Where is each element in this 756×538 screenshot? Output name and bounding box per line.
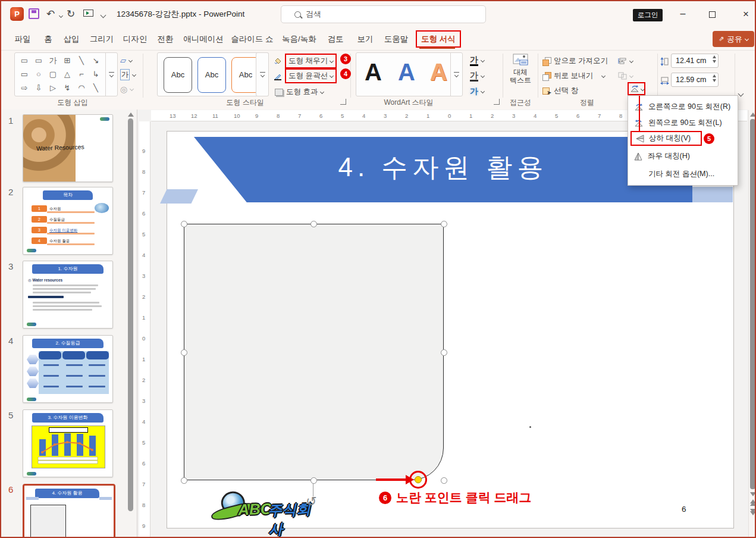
selection-pane-button[interactable]: ➤ 선택 창 [542,84,578,98]
undo-dropdown-icon[interactable] [59,14,63,18]
shape-style-blue[interactable]: Abc [197,57,226,93]
tab-view[interactable]: 보기 [352,32,378,47]
menu-item-more-rotation-options[interactable]: 기타 회전 옵션(M)... [630,166,735,182]
height-spinner[interactable] [713,55,716,63]
shape-style-dialog-launcher-icon[interactable] [340,99,346,105]
selection-handle[interactable] [310,221,317,227]
vertical-scrollbar[interactable] [748,110,756,538]
selection-handle[interactable] [181,349,187,356]
login-button[interactable]: 로그인 [633,9,663,21]
selection-handle[interactable] [441,477,447,484]
close-button[interactable]: × [738,8,754,20]
shape-option-icon[interactable]: 가 [46,54,60,67]
shape-option-icon[interactable]: ▭ [32,54,46,67]
shape-style-black[interactable]: Abc [164,57,192,93]
maximize-button[interactable] [709,11,716,18]
slide-thumbnail-1[interactable]: Water Resources [23,114,113,182]
shape-fill-button[interactable]: 도형 채우기 [285,54,337,68]
tab-slideshow[interactable]: 슬라이드 쇼 [228,32,276,47]
shape-option-icon[interactable]: ↯ [60,81,74,95]
slide-thumbnail-5[interactable]: 3. 수자원 이용변화 [23,409,113,477]
menu-item-rotate-left[interactable]: 왼쪽으로 90도 회전(L) [630,115,735,131]
menu-item-flip-horizontal[interactable]: 좌우 대칭(H) [630,148,735,164]
next-slide-button[interactable] [750,509,756,515]
rotate-button[interactable] [628,82,645,95]
shape-gallery-more-button[interactable] [105,53,117,96]
selection-handle[interactable] [181,477,187,484]
selection-handle[interactable] [441,221,447,227]
shape-option-icon[interactable]: ○ [32,67,46,81]
slide-title-text[interactable]: 4. 수자원 활용 [265,150,622,185]
menu-item-flip-vertical[interactable]: 상하 대칭(V) [630,131,702,146]
shape-option-icon[interactable]: ↘ [89,54,103,67]
shape-gallery[interactable]: ▭▭가⊞╲↘▭○▢△⌐↳⇨⇩▷↯◠╲ [14,52,118,96]
shape-option-icon[interactable]: ╲ [74,54,89,67]
align-button[interactable] [618,54,633,68]
tab-home[interactable]: 홈 [38,32,58,47]
selection-handle[interactable] [181,221,187,227]
shape-option-icon[interactable]: ▢ [46,67,60,81]
group-button[interactable] [618,69,633,83]
undo-icon[interactable]: ↶ [46,8,55,20]
width-spinner[interactable] [713,74,716,82]
panel-scrollbar-thumb[interactable] [128,118,133,511]
tab-design[interactable]: 디자인 [119,32,151,47]
minimize-button[interactable]: – [675,8,691,19]
search-input[interactable]: 검색 [281,5,486,23]
shape-option-icon[interactable]: ⇩ [32,81,46,95]
shape-option-icon[interactable]: ▷ [46,81,60,95]
panel-scroll-up-icon[interactable] [128,112,134,117]
shape-option-icon[interactable]: ⊞ [60,54,74,67]
shape-option-icon[interactable]: ◠ [74,81,89,95]
tab-help[interactable]: 도움말 [379,32,413,47]
tab-review[interactable]: 검토 [322,32,349,47]
shape-option-icon[interactable]: ↳ [89,67,103,81]
menu-item-rotate-right[interactable]: 오른쪽으로 90도 회전(R) [630,99,735,115]
wordart-style-black[interactable]: A [365,59,382,86]
shape-outline-button[interactable]: 도형 윤곽선 [285,68,337,83]
wordart-style-orange[interactable]: A [430,59,447,86]
share-button[interactable]: ⇗ 공유 [713,31,754,47]
selection-handle[interactable] [441,349,447,356]
shape-effects-button[interactable]: 도형 효과 [275,85,324,99]
selection-handle[interactable] [310,477,317,484]
slide-thumbnail-2[interactable]: 목차 1 수자원 2 수질등급 3 수자원 이용변화 4 수자원 활용 [23,187,113,255]
merge-shapes-button[interactable]: ◎ [120,82,133,96]
yellow-adjustment-point[interactable] [415,476,422,483]
redo-icon[interactable]: ↻ [67,8,75,20]
tab-animations[interactable]: 애니메이션 [180,32,227,47]
shape-option-icon[interactable]: ▭ [17,54,32,67]
wordart-dialog-launcher-icon[interactable] [494,99,500,105]
scroll-up-icon[interactable] [750,112,756,117]
wordart-gallery-more-button[interactable] [450,53,462,96]
height-field[interactable]: 12.41 cm [671,54,719,68]
collapse-ribbon-icon[interactable] [738,91,744,97]
slide-thumbnail-6-selected[interactable]: 4. 수자원 활용 [23,484,115,538]
start-slideshow-icon[interactable] [83,10,93,17]
send-backward-button[interactable]: 뒤로 보내기 [542,69,605,83]
shape-option-icon[interactable]: ⇨ [17,81,32,95]
tab-draw[interactable]: 그리기 [86,32,118,47]
shape-option-icon[interactable]: ╲ [89,81,103,95]
edit-shape-button[interactable]: ▱ [120,54,132,67]
previous-slide-button[interactable] [750,499,756,506]
scrollbar-thumb[interactable] [750,119,755,489]
tab-insert[interactable]: 삽입 [58,32,84,47]
shape-option-icon[interactable]: ⌐ [74,67,89,81]
alt-text-button[interactable]: 대체텍스트 [506,54,535,95]
tab-record[interactable]: 녹음/녹화 [277,32,321,47]
shape-option-icon[interactable]: △ [60,67,74,81]
tab-transitions[interactable]: 전환 [152,32,178,47]
bring-forward-button[interactable]: 앞으로 가져오기 [542,54,622,68]
text-fill-button[interactable]: 가 [470,54,484,67]
width-field[interactable]: 12.59 cm [671,73,719,87]
scroll-down-icon[interactable] [750,492,756,496]
slide-thumbnail-4[interactable]: 2. 수질등급 [23,335,113,403]
shape-option-icon[interactable]: ▭ [17,67,32,81]
shape-style-more[interactable] [256,52,269,96]
text-outline-button[interactable]: 가 [470,69,484,83]
save-icon[interactable] [29,8,39,19]
rotation-handle-icon[interactable]: ↻ [306,494,316,509]
text-effects-button[interactable]: 가 [470,85,484,98]
selected-shape[interactable] [184,224,444,480]
